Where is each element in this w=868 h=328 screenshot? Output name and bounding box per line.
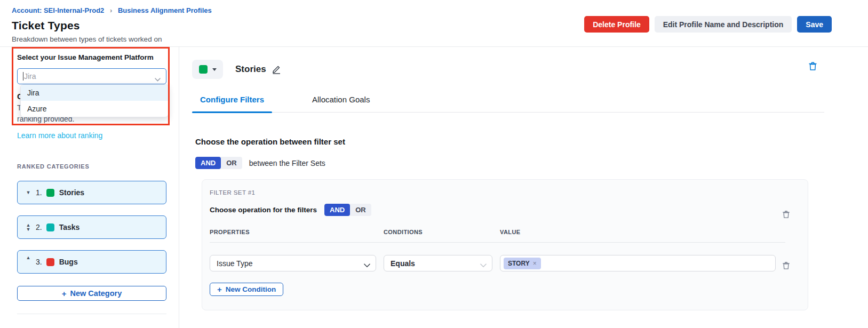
platform-dropdown-menu: Jira Azure: [20, 84, 169, 117]
and-or-toggle: AND OR: [195, 157, 242, 169]
filters-operation-label: Choose operation for the filters: [210, 206, 317, 214]
filters-and-option[interactable]: AND: [324, 204, 350, 216]
property-select[interactable]: Issue Type: [210, 255, 376, 271]
breadcrumb-section-link[interactable]: Business Alignment Profiles: [118, 6, 212, 14]
filters-and-or-toggle: AND OR: [324, 204, 371, 216]
delete-category-trash-icon[interactable]: [808, 61, 817, 73]
and-toggle-option[interactable]: AND: [195, 157, 221, 169]
sort-down-icon[interactable]: ▼: [24, 190, 33, 195]
delete-profile-button[interactable]: Delete Profile: [584, 16, 649, 33]
breadcrumb-separator-icon: ›: [110, 6, 112, 14]
column-headers: PROPERTIES CONDITIONS VALUE: [210, 229, 799, 235]
value-tag-story: STORY ×: [504, 258, 541, 269]
filter-set-operation-row: AND OR between the Filter Sets: [195, 157, 824, 169]
tab-allocation-goals[interactable]: Allocation Goals: [304, 95, 378, 112]
category-name: Bugs: [59, 258, 78, 266]
tab-bar: Configure Filters Allocation Goals: [192, 95, 824, 113]
category-rank: 1.: [36, 188, 42, 197]
category-card-tasks[interactable]: ▲▼ 2. Tasks: [17, 215, 166, 239]
page-subtitle: Breakdown between types of tickets worke…: [12, 35, 868, 43]
remove-tag-icon[interactable]: ×: [533, 260, 537, 267]
header-divider: [210, 242, 785, 243]
new-category-label: New Category: [70, 289, 122, 298]
filter-set-card: FILTER SET #1 Choose operation for the f…: [202, 179, 808, 310]
header-actions: Delete Profile Edit Profile Name and Des…: [584, 16, 832, 33]
category-name: Tasks: [59, 223, 80, 231]
value-column-header: VALUE: [500, 229, 799, 235]
value-input[interactable]: STORY ×: [500, 255, 776, 271]
filter-condition-row: Issue Type Equals STORY ×: [210, 255, 776, 271]
chevron-down-icon: [155, 74, 161, 84]
category-color-dot: [46, 223, 54, 231]
new-condition-label: New Condition: [226, 285, 276, 293]
filter-set-title: FILTER SET #1: [210, 189, 799, 196]
ranked-categories-label: RANKED CATEGORIES: [17, 163, 166, 170]
chevron-down-icon: [480, 261, 487, 269]
color-swatch: [199, 65, 208, 74]
category-rank: 2.: [36, 223, 42, 231]
toggle-caption: between the Filter Sets: [249, 159, 325, 167]
sidebar-divider: [17, 314, 166, 314]
condition-select[interactable]: Equals: [384, 255, 492, 271]
platform-option-jira[interactable]: Jira: [21, 85, 168, 101]
main-panel: Stories Configure Filters Allocation Goa…: [179, 47, 868, 328]
category-header: Stories: [192, 60, 824, 79]
plus-icon: +: [217, 285, 222, 293]
plus-icon: +: [62, 290, 67, 298]
filters-or-option[interactable]: OR: [350, 204, 371, 216]
delete-filter-set-trash-icon[interactable]: [782, 210, 790, 221]
properties-column-header: PROPERTIES: [210, 229, 376, 235]
edit-pencil-icon[interactable]: [272, 65, 282, 75]
property-select-value: Issue Type: [217, 259, 252, 268]
filters-operation-row: Choose operation for the filters AND OR: [210, 204, 799, 216]
text-cursor: [23, 72, 23, 81]
learn-more-ranking-link[interactable]: Learn more about ranking: [17, 131, 102, 140]
category-color-dot: [46, 189, 54, 197]
platform-option-azure[interactable]: Azure: [21, 101, 168, 117]
breadcrumb: Account: SEI-Internal-Prod2 › Business A…: [12, 6, 868, 14]
category-name: Stories: [59, 188, 84, 197]
category-card-stories[interactable]: ▼ 1. Stories: [17, 181, 166, 204]
new-condition-button[interactable]: + New Condition: [210, 283, 283, 296]
operation-heading: Choose the operation between filter set: [195, 137, 824, 146]
condition-select-value: Equals: [391, 259, 415, 268]
category-rank: 3.: [36, 258, 42, 266]
category-title: Stories: [235, 64, 266, 75]
caret-down-icon: [212, 68, 217, 71]
category-color-dot: [46, 258, 54, 266]
save-button[interactable]: Save: [797, 16, 832, 33]
conditions-column-header: CONDITIONS: [384, 229, 492, 235]
platform-select-placeholder: Jira: [24, 72, 36, 81]
value-tag-label: STORY: [508, 260, 530, 267]
sort-up-down-icon[interactable]: ▲▼: [24, 223, 33, 231]
delete-condition-trash-icon[interactable]: [782, 261, 790, 272]
chevron-down-icon: [364, 261, 370, 269]
sort-up-icon[interactable]: ▲: [24, 255, 33, 260]
platform-select-input[interactable]: Jira: [17, 68, 166, 84]
breadcrumb-account-link[interactable]: Account: SEI-Internal-Prod2: [12, 6, 104, 14]
category-card-bugs[interactable]: ▲ 3. Bugs: [17, 250, 166, 274]
color-picker-button[interactable]: [192, 60, 223, 79]
tab-configure-filters[interactable]: Configure Filters: [192, 95, 272, 112]
edit-profile-button[interactable]: Edit Profile Name and Description: [655, 16, 792, 33]
page-header: Account: SEI-Internal-Prod2 › Business A…: [0, 0, 868, 47]
platform-select-label: Select your Issue Management Platform: [17, 53, 166, 61]
new-category-button[interactable]: + New Category: [17, 286, 166, 301]
or-toggle-option[interactable]: OR: [221, 157, 242, 169]
